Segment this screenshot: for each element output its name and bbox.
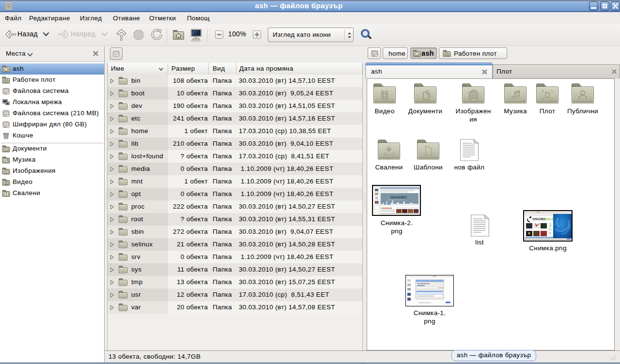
svg-text:GUADEC: GUADEC [390,195,407,199]
svg-text:Store: Store [544,217,554,221]
